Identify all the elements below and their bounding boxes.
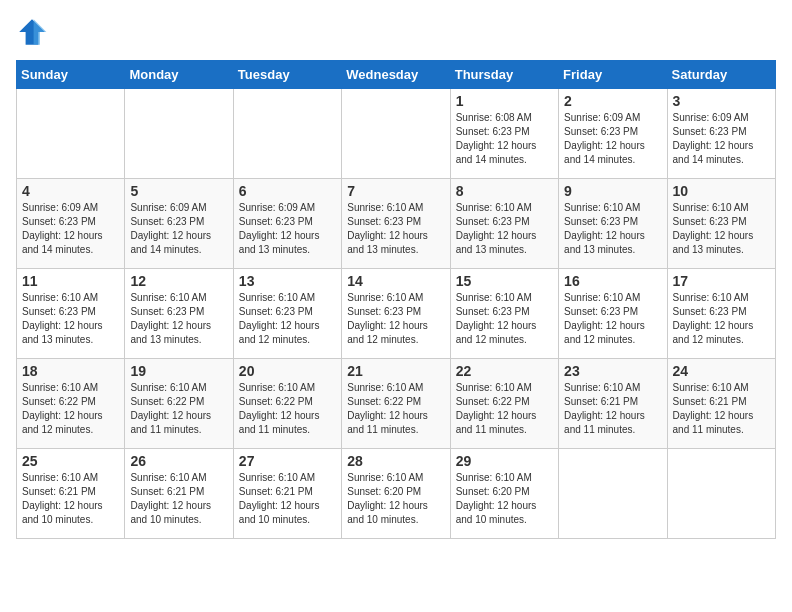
calendar-cell: 29Sunrise: 6:10 AM Sunset: 6:20 PM Dayli… [450,449,558,539]
calendar-cell: 17Sunrise: 6:10 AM Sunset: 6:23 PM Dayli… [667,269,775,359]
calendar-cell [17,89,125,179]
col-header-friday: Friday [559,61,667,89]
day-info: Sunrise: 6:10 AM Sunset: 6:23 PM Dayligh… [239,291,336,347]
calendar-cell: 9Sunrise: 6:10 AM Sunset: 6:23 PM Daylig… [559,179,667,269]
day-info: Sunrise: 6:10 AM Sunset: 6:22 PM Dayligh… [347,381,444,437]
logo [16,16,52,48]
day-info: Sunrise: 6:08 AM Sunset: 6:23 PM Dayligh… [456,111,553,167]
calendar-cell: 18Sunrise: 6:10 AM Sunset: 6:22 PM Dayli… [17,359,125,449]
calendar-cell: 19Sunrise: 6:10 AM Sunset: 6:22 PM Dayli… [125,359,233,449]
day-number: 6 [239,183,336,199]
day-info: Sunrise: 6:10 AM Sunset: 6:23 PM Dayligh… [347,201,444,257]
calendar-cell: 13Sunrise: 6:10 AM Sunset: 6:23 PM Dayli… [233,269,341,359]
calendar-cell: 23Sunrise: 6:10 AM Sunset: 6:21 PM Dayli… [559,359,667,449]
day-number: 3 [673,93,770,109]
day-number: 2 [564,93,661,109]
calendar-cell [125,89,233,179]
col-header-sunday: Sunday [17,61,125,89]
calendar-cell: 22Sunrise: 6:10 AM Sunset: 6:22 PM Dayli… [450,359,558,449]
day-info: Sunrise: 6:10 AM Sunset: 6:23 PM Dayligh… [564,201,661,257]
day-info: Sunrise: 6:09 AM Sunset: 6:23 PM Dayligh… [22,201,119,257]
day-info: Sunrise: 6:10 AM Sunset: 6:23 PM Dayligh… [564,291,661,347]
day-info: Sunrise: 6:10 AM Sunset: 6:23 PM Dayligh… [673,201,770,257]
calendar-cell: 3Sunrise: 6:09 AM Sunset: 6:23 PM Daylig… [667,89,775,179]
day-info: Sunrise: 6:10 AM Sunset: 6:20 PM Dayligh… [456,471,553,527]
day-number: 4 [22,183,119,199]
day-number: 10 [673,183,770,199]
calendar-cell: 14Sunrise: 6:10 AM Sunset: 6:23 PM Dayli… [342,269,450,359]
day-info: Sunrise: 6:09 AM Sunset: 6:23 PM Dayligh… [239,201,336,257]
calendar-week-row: 18Sunrise: 6:10 AM Sunset: 6:22 PM Dayli… [17,359,776,449]
calendar-week-row: 1Sunrise: 6:08 AM Sunset: 6:23 PM Daylig… [17,89,776,179]
day-number: 14 [347,273,444,289]
day-info: Sunrise: 6:10 AM Sunset: 6:22 PM Dayligh… [130,381,227,437]
calendar-cell: 26Sunrise: 6:10 AM Sunset: 6:21 PM Dayli… [125,449,233,539]
calendar-cell [233,89,341,179]
day-info: Sunrise: 6:09 AM Sunset: 6:23 PM Dayligh… [130,201,227,257]
col-header-saturday: Saturday [667,61,775,89]
calendar-header-row: SundayMondayTuesdayWednesdayThursdayFrid… [17,61,776,89]
calendar-cell: 21Sunrise: 6:10 AM Sunset: 6:22 PM Dayli… [342,359,450,449]
calendar-cell: 11Sunrise: 6:10 AM Sunset: 6:23 PM Dayli… [17,269,125,359]
calendar-cell: 6Sunrise: 6:09 AM Sunset: 6:23 PM Daylig… [233,179,341,269]
calendar-cell: 25Sunrise: 6:10 AM Sunset: 6:21 PM Dayli… [17,449,125,539]
calendar-cell [667,449,775,539]
day-info: Sunrise: 6:10 AM Sunset: 6:23 PM Dayligh… [22,291,119,347]
logo-icon [16,16,48,48]
day-number: 12 [130,273,227,289]
day-number: 23 [564,363,661,379]
calendar-cell [559,449,667,539]
day-number: 18 [22,363,119,379]
day-number: 26 [130,453,227,469]
day-number: 29 [456,453,553,469]
day-info: Sunrise: 6:09 AM Sunset: 6:23 PM Dayligh… [673,111,770,167]
calendar-cell: 4Sunrise: 6:09 AM Sunset: 6:23 PM Daylig… [17,179,125,269]
calendar-cell: 28Sunrise: 6:10 AM Sunset: 6:20 PM Dayli… [342,449,450,539]
day-number: 1 [456,93,553,109]
day-info: Sunrise: 6:10 AM Sunset: 6:23 PM Dayligh… [130,291,227,347]
day-number: 9 [564,183,661,199]
day-number: 13 [239,273,336,289]
calendar-week-row: 25Sunrise: 6:10 AM Sunset: 6:21 PM Dayli… [17,449,776,539]
day-info: Sunrise: 6:10 AM Sunset: 6:21 PM Dayligh… [564,381,661,437]
calendar-cell: 12Sunrise: 6:10 AM Sunset: 6:23 PM Dayli… [125,269,233,359]
day-number: 15 [456,273,553,289]
calendar-cell: 10Sunrise: 6:10 AM Sunset: 6:23 PM Dayli… [667,179,775,269]
day-info: Sunrise: 6:10 AM Sunset: 6:21 PM Dayligh… [239,471,336,527]
col-header-monday: Monday [125,61,233,89]
day-number: 24 [673,363,770,379]
day-info: Sunrise: 6:10 AM Sunset: 6:23 PM Dayligh… [456,201,553,257]
day-info: Sunrise: 6:10 AM Sunset: 6:22 PM Dayligh… [239,381,336,437]
day-number: 5 [130,183,227,199]
day-number: 25 [22,453,119,469]
day-number: 19 [130,363,227,379]
calendar-table: SundayMondayTuesdayWednesdayThursdayFrid… [16,60,776,539]
col-header-wednesday: Wednesday [342,61,450,89]
day-info: Sunrise: 6:10 AM Sunset: 6:21 PM Dayligh… [22,471,119,527]
day-info: Sunrise: 6:10 AM Sunset: 6:20 PM Dayligh… [347,471,444,527]
calendar-cell: 24Sunrise: 6:10 AM Sunset: 6:21 PM Dayli… [667,359,775,449]
day-number: 8 [456,183,553,199]
calendar-cell: 1Sunrise: 6:08 AM Sunset: 6:23 PM Daylig… [450,89,558,179]
day-number: 28 [347,453,444,469]
calendar-cell: 2Sunrise: 6:09 AM Sunset: 6:23 PM Daylig… [559,89,667,179]
calendar-week-row: 4Sunrise: 6:09 AM Sunset: 6:23 PM Daylig… [17,179,776,269]
svg-marker-1 [34,19,47,45]
day-number: 16 [564,273,661,289]
day-info: Sunrise: 6:10 AM Sunset: 6:23 PM Dayligh… [456,291,553,347]
day-info: Sunrise: 6:10 AM Sunset: 6:21 PM Dayligh… [130,471,227,527]
calendar-cell: 7Sunrise: 6:10 AM Sunset: 6:23 PM Daylig… [342,179,450,269]
day-number: 21 [347,363,444,379]
day-number: 20 [239,363,336,379]
day-info: Sunrise: 6:09 AM Sunset: 6:23 PM Dayligh… [564,111,661,167]
day-number: 7 [347,183,444,199]
col-header-tuesday: Tuesday [233,61,341,89]
day-info: Sunrise: 6:10 AM Sunset: 6:23 PM Dayligh… [347,291,444,347]
calendar-cell: 15Sunrise: 6:10 AM Sunset: 6:23 PM Dayli… [450,269,558,359]
calendar-cell: 27Sunrise: 6:10 AM Sunset: 6:21 PM Dayli… [233,449,341,539]
col-header-thursday: Thursday [450,61,558,89]
calendar-cell: 16Sunrise: 6:10 AM Sunset: 6:23 PM Dayli… [559,269,667,359]
page-header [16,16,776,48]
day-info: Sunrise: 6:10 AM Sunset: 6:21 PM Dayligh… [673,381,770,437]
calendar-cell: 8Sunrise: 6:10 AM Sunset: 6:23 PM Daylig… [450,179,558,269]
